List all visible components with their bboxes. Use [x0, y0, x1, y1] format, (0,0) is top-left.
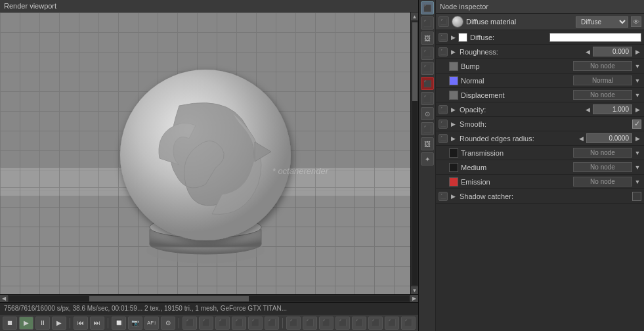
roughness-value[interactable]: 0.000: [593, 47, 632, 56]
smooth-expand[interactable]: ▶: [449, 120, 457, 128]
inspector-title: Node inspector: [440, 3, 488, 11]
tool-red[interactable]: ⬛: [421, 77, 434, 90]
medium-label: Medium: [460, 164, 572, 171]
toolbar-btn-3[interactable]: ⬛: [319, 317, 333, 330]
roughness-left-arrow[interactable]: ◀: [584, 48, 591, 56]
viewport-header: Render viewport: [0, 0, 418, 12]
tool-grid[interactable]: ⬛: [421, 92, 434, 105]
status-text: 7568/7616/16000 s/px, 38.6 Ms/sec, 00:01…: [4, 305, 287, 312]
prop-row-emission: Emission No node ▼: [436, 175, 644, 189]
hscroll-right-arrow[interactable]: ▶: [410, 295, 418, 303]
toolbar-btn-next[interactable]: ⏭: [90, 317, 104, 330]
rounded-expand[interactable]: ▶: [449, 135, 457, 143]
toolbar-btn-obj[interactable]: ⊙: [161, 317, 175, 330]
hscroll-left-arrow[interactable]: ◀: [0, 295, 8, 303]
toolbar-btn-mat[interactable]: ⬛: [182, 317, 197, 330]
vscroll-down-arrow[interactable]: ▼: [411, 286, 419, 294]
diffuse-label: Diffuse:: [469, 33, 548, 41]
vscroll-up-arrow[interactable]: ▲: [411, 12, 419, 20]
transmission-nonode[interactable]: No node: [573, 148, 632, 158]
diffuse-expand[interactable]: ▶: [449, 33, 457, 41]
medium-dropdown[interactable]: ▼: [633, 164, 641, 171]
material-header: ⬛ Diffuse material Diffuse 👁: [436, 14, 644, 30]
rounded-left-arrow[interactable]: ◀: [577, 135, 585, 143]
emission-swatch[interactable]: [449, 177, 458, 187]
toolbar-btn-4[interactable]: ⬛: [335, 317, 350, 330]
vscroll-thumb[interactable]: [412, 22, 418, 101]
bump-dropdown[interactable]: ▼: [633, 62, 641, 70]
toolbar-btn-8[interactable]: ⬛: [401, 317, 416, 330]
smooth-icon[interactable]: ⬛: [439, 120, 448, 129]
toolbar-btn-mesh[interactable]: ⬛: [248, 317, 263, 330]
roughness-expand[interactable]: ▶: [449, 48, 457, 56]
toolbar-btn-1[interactable]: ⬛: [286, 317, 301, 330]
toolbar-btn-cam[interactable]: 📷: [128, 317, 142, 330]
tool-env2[interactable]: ⬛: [421, 62, 434, 75]
rounded-value[interactable]: 0.0000: [586, 133, 632, 143]
shadow-checkbox[interactable]: [632, 192, 641, 201]
opacity-right-arrow[interactable]: ▶: [633, 106, 641, 114]
sep-4: [282, 318, 283, 328]
diffuse-value[interactable]: [549, 33, 641, 42]
toolbar-btn-pause[interactable]: ⏸: [35, 317, 50, 330]
viewport-title: Render viewport: [4, 2, 56, 10]
displacement-dropdown[interactable]: ▼: [633, 91, 641, 99]
material-node-icon[interactable]: ⬛: [439, 16, 449, 27]
toolbar-btn-render[interactable]: 🔲: [112, 317, 126, 330]
bump-nonode[interactable]: No node: [573, 61, 632, 71]
toolbar-btn-disp[interactable]: ⬛: [232, 317, 246, 330]
transmission-swatch[interactable]: [449, 148, 458, 158]
toolbar-btn-prev[interactable]: ⏮: [74, 317, 88, 330]
shadow-icon[interactable]: ⬛: [439, 192, 448, 201]
rounded-right-arrow[interactable]: ▶: [633, 135, 641, 143]
tool-star[interactable]: ✦: [421, 152, 434, 166]
medium-nonode[interactable]: No node: [573, 162, 632, 172]
displacement-swatch[interactable]: [449, 91, 458, 100]
roughness-icon[interactable]: ⬛: [439, 47, 448, 56]
tool-timer[interactable]: ⊙: [421, 107, 434, 120]
material-type-select[interactable]: Diffuse: [576, 16, 628, 28]
tool-img[interactable]: 🖼: [421, 32, 434, 45]
transmission-dropdown[interactable]: ▼: [633, 149, 641, 157]
toolbar-btn-step-fwd[interactable]: ▶: [52, 317, 66, 330]
diffuse-icon[interactable]: ⬛: [439, 33, 448, 42]
toolbar-btn-5[interactable]: ⬛: [352, 317, 366, 330]
opacity-expand[interactable]: ▶: [449, 106, 457, 114]
roughness-right-arrow[interactable]: ▶: [633, 48, 641, 56]
normal-dropdown[interactable]: ▼: [633, 77, 641, 85]
emission-dropdown[interactable]: ▼: [633, 178, 641, 186]
toolbar-btn-env[interactable]: ⬛: [215, 317, 230, 330]
displacement-nonode[interactable]: No node: [573, 90, 632, 100]
normal-swatch[interactable]: [449, 76, 458, 85]
shadow-expand[interactable]: ▶: [449, 192, 457, 200]
toolbar-btn-vol[interactable]: ⬛: [265, 317, 279, 330]
toolbar-btn-7[interactable]: ⬛: [385, 317, 399, 330]
toolbar-btn-6[interactable]: ⬛: [368, 317, 383, 330]
material-eye-button[interactable]: 👁: [631, 16, 641, 27]
viewport-hscrollbar: ◀ ▶: [0, 294, 418, 302]
toolbar-btn-play[interactable]: ▶: [19, 317, 33, 330]
tool-render-type[interactable]: ⬛: [421, 16, 434, 30]
opacity-icon[interactable]: ⬛: [439, 105, 448, 114]
toolbar-btn-2[interactable]: ⬛: [303, 317, 317, 330]
prop-row-smooth: ⬛ ▶ Smooth: ✓: [436, 117, 644, 131]
toolbar-btn-light[interactable]: ⬛: [199, 317, 213, 330]
medium-swatch[interactable]: [449, 163, 458, 172]
tool-mesh2[interactable]: ⬛: [421, 122, 434, 135]
toolbar-btn-aa[interactable]: AF↕: [144, 317, 159, 330]
diffuse-swatch[interactable]: [458, 33, 467, 42]
normal-nonode[interactable]: Normal: [573, 76, 632, 85]
viewport-vscrollbar[interactable]: ▲ ▼: [410, 12, 418, 294]
bottom-toolbar: ⏹ ▶ ⏸ ▶ ⏮ ⏭ 🔲 📷 AF↕ ⊙ ⬛ ⬛ ⬛ ⬛ ⬛ ⬛ ⬛ ⬛ ⬛ …: [0, 314, 418, 331]
hscroll-thumb[interactable]: [89, 296, 249, 301]
bump-swatch[interactable]: [449, 62, 458, 71]
tool-layers[interactable]: ⬛: [421, 1, 434, 14]
tool-img2[interactable]: 🖼: [421, 137, 434, 150]
rounded-icon[interactable]: ⬛: [439, 134, 448, 143]
toolbar-btn-stop[interactable]: ⏹: [3, 317, 17, 330]
opacity-value[interactable]: 1.000: [593, 104, 632, 114]
emission-nonode[interactable]: No node: [573, 177, 632, 187]
opacity-left-arrow[interactable]: ◀: [584, 106, 591, 114]
tool-cam2[interactable]: ⬛: [421, 47, 434, 60]
smooth-checkbox[interactable]: ✓: [632, 120, 641, 129]
